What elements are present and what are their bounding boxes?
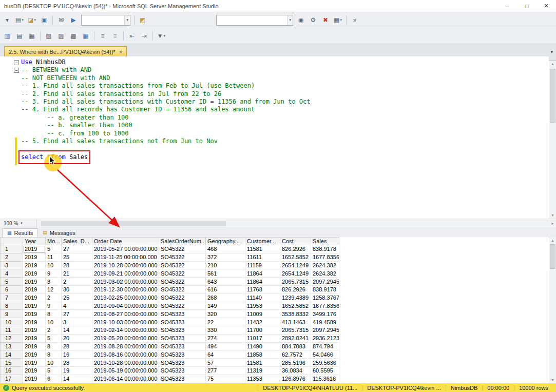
grid-cell[interactable]: 2 [62,278,92,286]
editor-horizontal-scrollbar[interactable]: ► [37,219,556,227]
grid-cell[interactable]: 10 [46,261,62,269]
grid-vertical-scrollbar[interactable]: ▲ ▼ [549,237,556,383]
grid-cell[interactable]: 21 [62,269,92,278]
grid-cell[interactable]: 2019 [23,302,46,310]
grid-cell[interactable]: 2 [46,293,62,302]
grid-column-header[interactable]: Sales_D... [62,238,92,245]
grid-cell[interactable]: 884.7083 [280,342,311,350]
grid-column-header[interactable]: Customer... [245,238,280,245]
snippets-icon[interactable]: ▤ [14,30,25,42]
grid-cell[interactable]: 2019-08-28 00:00:00.000 [92,342,159,350]
grid-cell[interactable]: 28 [62,342,92,350]
grid-cell[interactable]: 27 [62,245,92,253]
uncomment-lines-icon[interactable]: ≡ [109,30,121,42]
grid-cell[interactable]: SO45322 [159,302,206,310]
query-options-icon[interactable]: ⚙ [308,14,319,26]
grid-cell[interactable]: 2065.7315 [280,326,311,334]
grid-cell[interactable]: 9 [46,302,62,310]
grid-cell[interactable]: SO45323 [159,326,206,334]
grid-cell[interactable]: 19 [62,366,92,375]
save-icon[interactable]: ▣ [39,14,50,26]
grid-cell[interactable]: 8 [46,310,62,318]
grid-cell[interactable]: 2019-05-20 00:00:00.000 [92,334,159,342]
tab-results[interactable]: ▦ Results [2,228,38,237]
grid-row-header[interactable]: 10 [1,318,23,326]
grid-row-header[interactable]: 5 [1,278,23,286]
toolbar-combo-wide[interactable]: ▾ [216,15,293,26]
grid-cell[interactable]: 11953 [245,302,280,310]
grid-cell[interactable]: 10 [46,359,62,367]
grid-cell[interactable]: 2019-06-14 00:00:00.000 [92,375,159,383]
grid-cell[interactable]: 2019-02-14 00:00:00.000 [92,326,159,334]
toolbar-options-dropdown-icon[interactable]: ▾ [2,14,13,26]
grid-cell[interactable]: 2019 [23,285,46,293]
grid-cell[interactable]: 838.9178 [311,285,339,293]
grid-cell[interactable]: 2019-05-27 00:00:00.000 [92,245,159,253]
grid-cell[interactable]: 115.3616 [311,375,339,383]
grid-row-header[interactable]: 14 [1,350,23,359]
grid-column-header[interactable]: Mo... [46,238,62,245]
grid-cell[interactable]: 2019-08-27 00:00:00.000 [92,310,159,318]
grid-cell[interactable]: 210 [206,261,245,269]
fold-collapse-icon[interactable]: − [14,60,19,65]
grid-cell[interactable]: SO45323 [159,366,206,375]
grid-row-header[interactable]: 16 [1,366,23,375]
grid-cell[interactable]: 5 [46,245,62,253]
grid-column-header[interactable]: Year [23,238,46,245]
grid-cell[interactable]: 2019 [23,269,46,278]
grid-cell[interactable]: 6 [46,375,62,383]
grid-cell[interactable]: 11864 [245,269,280,278]
grid-column-header[interactable]: Sales [311,238,339,245]
splitter-grip[interactable] [549,56,556,61]
grid-cell[interactable]: 57 [206,359,245,367]
grid-cell[interactable]: 27 [62,310,92,318]
grid-cell[interactable]: SO45323 [159,359,206,367]
grid-cell[interactable]: SO45323 [159,350,206,359]
editor-vertical-scrollbar[interactable]: ▲ ▼ [549,56,556,219]
grid-cell[interactable]: 3499.176 [311,310,339,318]
grid-cell[interactable]: 1677.8356 [311,302,339,310]
grid-row-header[interactable]: 2 [1,253,23,261]
grid-cell[interactable]: 54.0466 [311,350,339,359]
grid-cell[interactable]: 2065.7315 [280,278,311,286]
grid-cell[interactable]: 2019 [23,359,46,367]
minimize-button[interactable]: – [497,0,517,12]
scroll-up-icon[interactable]: ▲ [549,61,556,67]
grid-cell[interactable]: 11700 [245,326,280,334]
grid-cell[interactable]: 468 [206,245,245,253]
export-mail-icon[interactable]: ✉ [55,14,67,26]
grid-cell[interactable]: SO45322 [159,269,206,278]
grid-cell[interactable]: 126.8976 [280,375,311,383]
find-icon[interactable]: ◉ [295,14,306,26]
scroll-right-icon[interactable]: ► [551,219,554,227]
grid-cell[interactable]: 11768 [245,285,280,293]
grid-cell[interactable]: 2019 [23,293,46,302]
intellisense-enabled-icon[interactable]: ▥ [2,30,13,42]
grid-cell[interactable]: SO45323 [159,375,206,383]
results-to-grid-icon[interactable]: ▦ [80,30,91,42]
grid-cell[interactable]: 8 [46,350,62,359]
grid-cell[interactable]: 2019 [23,334,46,342]
grid-cell[interactable]: 2624.382 [311,269,339,278]
grid-cell[interactable]: 413.1463 [280,318,311,326]
grid-cell[interactable]: 62.7572 [280,350,311,359]
grid-cell[interactable]: 1677.8356 [311,253,339,261]
grid-scroll-up-icon[interactable]: ▲ [549,237,556,244]
grid-row-header[interactable]: 17 [1,375,23,383]
grid-cell[interactable]: 25 [62,293,92,302]
grid-cell[interactable]: 11009 [245,310,280,318]
grid-column-header[interactable]: Order Date [92,238,159,245]
grid-cell[interactable]: 2019-10-28 00:00:00.000 [92,359,159,367]
grid-cell[interactable]: 28 [62,359,92,367]
hscroll-thumb[interactable] [41,221,226,226]
grid-cell[interactable]: 2892.0241 [280,334,311,342]
grid-cell[interactable]: 2019 [23,278,46,286]
grid-cell[interactable]: 419.4589 [311,318,339,326]
grid-cell[interactable]: 2019-10-03 00:00:00.000 [92,318,159,326]
grid-cell[interactable]: 14 [62,375,92,383]
grid-cell[interactable]: 1652.5852 [280,253,311,261]
grid-cell[interactable]: SO45322 [159,245,206,253]
grid-cell[interactable]: SO45322 [159,253,206,261]
grid-results-icon[interactable]: ▦▾ [332,14,343,26]
grid-corner-header[interactable] [1,238,23,245]
